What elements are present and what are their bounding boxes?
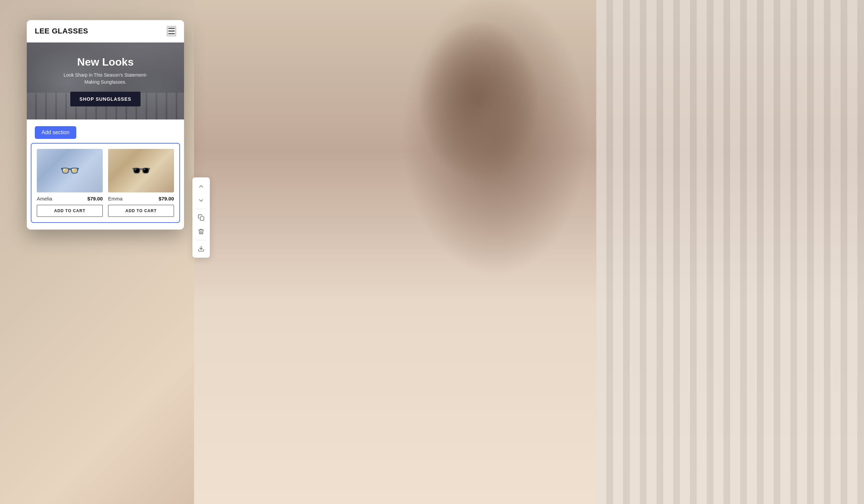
add-to-cart-amelia[interactable]: ADD TO CART bbox=[37, 205, 103, 217]
product-image-amelia bbox=[37, 149, 103, 192]
arrow-down-icon bbox=[198, 197, 204, 204]
product-card-amelia: Amelia $79.00 ADD TO CART bbox=[37, 149, 103, 217]
svg-rect-0 bbox=[201, 217, 204, 220]
download-button[interactable] bbox=[195, 242, 207, 255]
duplicate-button[interactable] bbox=[195, 211, 207, 224]
product-name-amelia: Amelia bbox=[37, 196, 52, 202]
product-image-emma bbox=[108, 149, 174, 192]
product-info-emma: Emma $79.00 bbox=[108, 196, 174, 202]
toolbar-divider-1 bbox=[196, 209, 206, 209]
phone-mockup: LEE GLASSES ☰ New Looks Look Sharp in Th… bbox=[27, 20, 184, 230]
move-up-button[interactable] bbox=[195, 180, 207, 193]
delete-button[interactable] bbox=[195, 225, 207, 238]
brand-logo: LEE GLASSES bbox=[35, 27, 88, 35]
download-icon bbox=[198, 245, 204, 252]
toolbar-divider-2 bbox=[196, 240, 206, 240]
product-section: Amelia $79.00 ADD TO CART Emma $79.00 AD… bbox=[31, 143, 180, 223]
product-name-emma: Emma bbox=[108, 196, 122, 202]
hero-title: New Looks bbox=[77, 56, 134, 68]
product-info-amelia: Amelia $79.00 bbox=[37, 196, 103, 202]
hamburger-menu-button[interactable]: ☰ bbox=[167, 26, 176, 36]
duplicate-icon bbox=[198, 214, 204, 221]
product-card-emma: Emma $79.00 ADD TO CART bbox=[108, 149, 174, 217]
shop-sunglasses-button[interactable]: SHOP SUNGLASSES bbox=[70, 92, 141, 106]
product-price-amelia: $79.00 bbox=[87, 196, 103, 202]
background-stripes bbox=[596, 0, 864, 504]
product-price-emma: $79.00 bbox=[159, 196, 174, 202]
trash-icon bbox=[198, 228, 204, 235]
arrow-up-icon bbox=[198, 183, 204, 190]
phone-header: LEE GLASSES ☰ bbox=[27, 20, 184, 43]
hero-banner: New Looks Look Sharp in This Season's St… bbox=[27, 43, 184, 119]
add-section-area: Add section bbox=[27, 119, 184, 139]
add-section-button[interactable]: Add section bbox=[35, 126, 76, 139]
hero-subtitle: Look Sharp in This Season's Statement-Ma… bbox=[59, 72, 152, 86]
move-down-button[interactable] bbox=[195, 194, 207, 207]
floating-toolbar bbox=[192, 177, 210, 258]
product-grid: Amelia $79.00 ADD TO CART Emma $79.00 AD… bbox=[37, 149, 174, 217]
add-to-cart-emma[interactable]: ADD TO CART bbox=[108, 205, 174, 217]
